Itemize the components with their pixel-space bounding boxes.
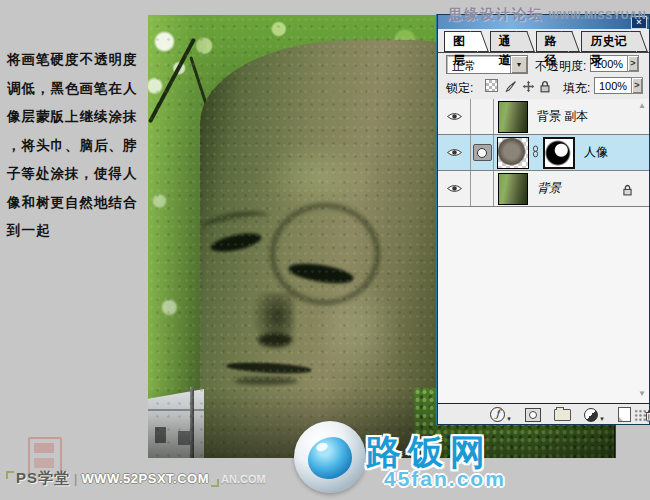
- layer-name: 人像: [584, 144, 608, 161]
- add-mask-icon: [525, 408, 541, 422]
- mask-indicator-icon: [473, 144, 492, 161]
- layers-panel: × 图层 通道 路径 历史记录 » 正常 ▼ 不透明度: 100% > 锁定:: [437, 14, 650, 425]
- lufan-logo: [294, 421, 366, 493]
- scroll-up-icon[interactable]: ▲: [638, 102, 646, 110]
- bracket-decoration: [211, 479, 219, 487]
- layer-style-icon: ƒ: [490, 407, 505, 422]
- bottom-left-watermark: PS学堂 | WWW.52PSXT.COM AN.COM: [6, 469, 266, 488]
- eye-icon: [447, 184, 462, 193]
- eye-icon: [447, 112, 462, 121]
- new-layer-icon: [618, 407, 631, 422]
- link-indicator-cell[interactable]: [471, 171, 494, 206]
- lock-position-move-icon[interactable]: [522, 79, 535, 92]
- opacity-label: 不透明度:: [535, 58, 586, 75]
- photoshop-workspace: 将画笔硬度不透明度 调低，黑色画笔在人 像层蒙版上继续涂抹 ，将头巾、脑后、脖 …: [0, 0, 650, 500]
- link-indicator-cell[interactable]: [471, 99, 494, 134]
- tab-history[interactable]: 历史记录: [581, 31, 636, 52]
- tab-paths[interactable]: 路径: [536, 31, 569, 52]
- visibility-cell[interactable]: [438, 171, 471, 206]
- new-layer-button[interactable]: [618, 407, 631, 422]
- eye-icon: [447, 148, 462, 157]
- lock-paint-brush-icon[interactable]: [504, 79, 517, 92]
- layer-style-button[interactable]: ƒ▼: [490, 407, 512, 422]
- opacity-stepper[interactable]: >: [627, 55, 639, 72]
- fill-label: 填充:: [563, 80, 590, 97]
- fill-field[interactable]: 100%: [594, 77, 632, 94]
- adjustment-layer-button[interactable]: ▼: [584, 408, 605, 422]
- layer-thumbnail[interactable]: [497, 137, 529, 169]
- layer-row-background-copy[interactable]: 背景 副本: [438, 99, 649, 135]
- layer-thumbnail[interactable]: [498, 101, 528, 133]
- adjustment-layer-icon: [584, 408, 598, 422]
- blend-options-row: 正常 ▼ 不透明度: 100% >: [438, 55, 649, 76]
- mask-edit-indicator[interactable]: [471, 135, 494, 170]
- lock-all-icon[interactable]: [539, 79, 552, 92]
- layer-mask-thumbnail[interactable]: [543, 137, 575, 169]
- lock-icon: [622, 182, 633, 200]
- lufan-url-text: 45fan.com: [384, 467, 506, 491]
- ps-school-brand: PS学堂: [16, 469, 70, 488]
- chevron-down-icon[interactable]: ▼: [510, 56, 527, 73]
- layer-row-background[interactable]: 背景: [438, 171, 649, 207]
- separator: |: [74, 471, 77, 486]
- visibility-cell[interactable]: [438, 99, 471, 134]
- layer-list: 背景 副本 人像: [438, 99, 649, 404]
- layer-thumbnail[interactable]: [498, 173, 528, 205]
- panel-bottom-bar: ƒ▼ ▼: [438, 405, 649, 424]
- tab-channels[interactable]: 通道: [490, 31, 523, 52]
- folder-icon: [554, 409, 571, 421]
- layer-row-portrait[interactable]: 人像: [438, 135, 649, 171]
- link-icon[interactable]: [532, 144, 539, 162]
- fill-stepper[interactable]: >: [631, 77, 643, 94]
- add-layer-mask-button[interactable]: [525, 408, 541, 422]
- lock-label: 锁定:: [446, 80, 473, 97]
- visibility-cell[interactable]: [438, 135, 471, 170]
- faint-watermark-tail: AN.COM: [221, 473, 266, 485]
- ps-school-url: WWW.52PSXT.COM: [81, 471, 209, 486]
- scroll-down-icon[interactable]: ▼: [638, 390, 646, 398]
- top-watermark: 思缘设计论坛 WWW.MISSYUAN.COM: [448, 5, 650, 24]
- tutorial-text: 将画笔硬度不透明度 调低，黑色画笔在人 像层蒙版上继续涂抹 ，将头巾、脑后、脖 …: [7, 46, 147, 246]
- watermark-site-name: 思缘设计论坛: [448, 6, 544, 22]
- bracket-decoration: [6, 471, 14, 479]
- layer-name: 背景: [537, 180, 561, 197]
- new-group-button[interactable]: [554, 409, 571, 421]
- tab-layers[interactable]: 图层: [444, 31, 477, 52]
- panel-resize-grip[interactable]: [634, 409, 647, 422]
- lock-transparency-icon[interactable]: [485, 79, 498, 92]
- panel-tabs: 图层 通道 路径 历史记录: [438, 31, 649, 53]
- layer-name: 背景 副本: [537, 108, 588, 125]
- lock-options-row: 锁定: 填充: 100% >: [438, 78, 649, 98]
- watermark-site-url: WWW.MISSYUAN.COM: [548, 9, 650, 21]
